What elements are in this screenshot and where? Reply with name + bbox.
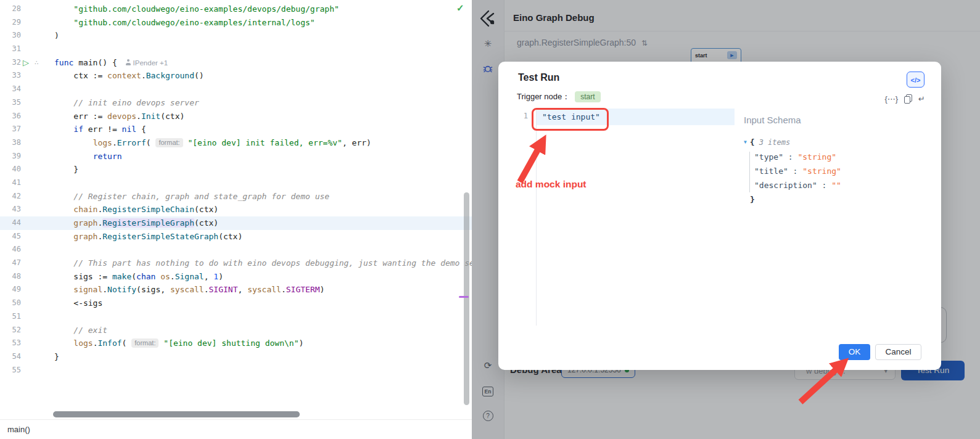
line-number: 48: [0, 270, 21, 284]
trigger-node-chip: start: [575, 91, 600, 102]
code-line-36[interactable]: 36 err := devops.Init(ctx): [0, 110, 472, 123]
gutter[interactable]: 35: [0, 96, 54, 110]
gutter[interactable]: 32▷∴: [0, 56, 54, 70]
code-line-37[interactable]: 37 if err != nil {: [0, 123, 472, 136]
code-line-42[interactable]: 42 // Register chain, graph and state_gr…: [0, 190, 472, 203]
gutter[interactable]: 38: [0, 136, 54, 150]
braces-icon[interactable]: {⋯}: [884, 94, 898, 104]
code-view-toggle-button[interactable]: </>: [907, 72, 924, 88]
horizontal-scrollbar[interactable]: [53, 411, 300, 417]
code-line-43[interactable]: 43 chain.RegisterSimpleChain(ctx): [0, 203, 472, 216]
line-number: 31: [0, 43, 21, 56]
gutter[interactable]: 47: [0, 256, 54, 270]
gutter[interactable]: 34: [0, 83, 54, 96]
scrollbar-occurrence-mark: [459, 296, 469, 298]
gutter[interactable]: 55: [0, 364, 54, 377]
vertical-scrollbar[interactable]: [464, 192, 469, 405]
gutter[interactable]: 33: [0, 69, 54, 83]
gutter[interactable]: 48: [0, 270, 54, 284]
gutter[interactable]: 49: [0, 283, 54, 297]
code-text: logs.Infof( format: "[eino dev] shutting…: [54, 337, 303, 350]
code-line-48[interactable]: 48 sigs := make(chan os.Signal, 1): [0, 270, 472, 284]
line-number: 45: [0, 230, 21, 244]
gutter[interactable]: 52: [0, 324, 54, 337]
code-lines: 28 "github.com/cloudwego/eino-examples/d…: [0, 2, 472, 377]
line-number: 54: [0, 350, 21, 364]
ok-button[interactable]: OK: [839, 344, 870, 360]
code-text: graph.RegisterSimpleGraph(ctx): [54, 216, 218, 230]
code-line-50[interactable]: 50 <-sigs: [0, 297, 472, 310]
code-line-31[interactable]: 31: [0, 43, 472, 56]
gutter[interactable]: 45: [0, 230, 54, 244]
gutter[interactable]: 40: [0, 163, 54, 176]
test-run-modal: Test Run </> Trigger node： start {⋯} ↵ 1…: [498, 62, 941, 370]
inspection-check-icon[interactable]: ✓: [456, 2, 464, 14]
copy-icon[interactable]: [904, 94, 913, 104]
gutter[interactable]: 28: [0, 2, 54, 16]
collapse-triangle-icon[interactable]: ▼: [744, 139, 747, 145]
code-text: }: [54, 163, 78, 176]
gutter[interactable]: 50: [0, 297, 54, 310]
schema-close-brace: }: [744, 192, 841, 207]
app-window: 28 "github.com/cloudwego/eino-examples/d…: [0, 0, 980, 439]
code-text: return: [54, 150, 122, 163]
code-line-38[interactable]: 38 logs.Errorf( format: "[eino dev] init…: [0, 136, 472, 150]
gutter[interactable]: 43: [0, 203, 54, 216]
code-line-55[interactable]: 55: [0, 364, 472, 377]
code-line-53[interactable]: 53 logs.Infof( format: "[eino dev] shutt…: [0, 337, 472, 350]
code-line-32[interactable]: 32▷∴func main() { IPender +1: [0, 56, 472, 70]
input-schema: Input Schema ▼{3 items "type" : "string"…: [744, 115, 841, 207]
code-vision-hint[interactable]: IPender +1: [133, 59, 168, 67]
gutter[interactable]: 31: [0, 43, 54, 56]
line-number: 36: [0, 110, 21, 123]
gutter[interactable]: 54: [0, 350, 54, 364]
gutter[interactable]: 53: [0, 337, 54, 350]
gutter[interactable]: 36: [0, 110, 54, 123]
code-text: ): [54, 29, 59, 43]
line-number: 35: [0, 96, 21, 110]
code-line-45[interactable]: 45 graph.RegisterSimpleStateGraph(ctx): [0, 230, 472, 244]
line-number: 33: [0, 69, 21, 83]
code-line-41[interactable]: 41: [0, 176, 472, 190]
gutter[interactable]: 29: [0, 16, 54, 30]
related-symbols-icon[interactable]: ∴: [35, 56, 38, 70]
gutter[interactable]: 39: [0, 150, 54, 163]
gutter[interactable]: 51: [0, 310, 54, 324]
schema-open-brace: {: [750, 137, 755, 147]
code-line-52[interactable]: 52 // exit: [0, 324, 472, 337]
code-text: chain.RegisterSimpleChain(ctx): [54, 203, 218, 216]
code-line-46[interactable]: 46: [0, 243, 472, 256]
code-line-39[interactable]: 39 return: [0, 150, 472, 163]
code-line-54[interactable]: 54}: [0, 350, 472, 364]
gutter[interactable]: 42: [0, 190, 54, 203]
code-line-33[interactable]: 33 ctx := context.Background(): [0, 69, 472, 83]
code-line-34[interactable]: 34: [0, 83, 472, 96]
gutter[interactable]: 46: [0, 243, 54, 256]
code-line-29[interactable]: 29 "github.com/cloudwego/eino-examples/i…: [0, 16, 472, 30]
run-main-icon[interactable]: ▷: [23, 56, 29, 70]
code-editor[interactable]: 28 "github.com/cloudwego/eino-examples/d…: [0, 0, 472, 419]
annotation-mock-label: add mock input: [516, 179, 587, 190]
code-line-35[interactable]: 35 // init eino devops server: [0, 96, 472, 110]
code-line-49[interactable]: 49 signal.Notify(sigs, syscall.SIGINT, s…: [0, 283, 472, 297]
wrap-icon[interactable]: ↵: [918, 94, 925, 104]
line-number: 47: [0, 256, 21, 270]
code-line-30[interactable]: 30): [0, 29, 472, 43]
code-line-44[interactable]: 44 graph.RegisterSimpleGraph(ctx): [0, 216, 472, 230]
code-line-28[interactable]: 28 "github.com/cloudwego/eino-examples/d…: [0, 2, 472, 16]
gutter[interactable]: 30: [0, 29, 54, 43]
code-line-40[interactable]: 40 }: [0, 163, 472, 176]
code-line-47[interactable]: 47 // This part has nothing to do with e…: [0, 256, 472, 270]
gutter[interactable]: 37: [0, 123, 54, 136]
code-line-51[interactable]: 51: [0, 310, 472, 324]
schema-entry: "title" : "string": [744, 164, 841, 178]
schema-guide-line: [749, 152, 750, 192]
gutter[interactable]: 44: [0, 216, 54, 230]
code-text: "github.com/cloudwego/eino-examples/inte…: [54, 16, 315, 30]
line-number: 28: [0, 2, 21, 16]
gutter[interactable]: 41: [0, 176, 54, 190]
modal-title: Test Run: [518, 72, 559, 83]
code-text: // init eino devops server: [54, 96, 199, 110]
cancel-button[interactable]: Cancel: [875, 344, 921, 360]
breadcrumb[interactable]: main(): [0, 420, 30, 439]
